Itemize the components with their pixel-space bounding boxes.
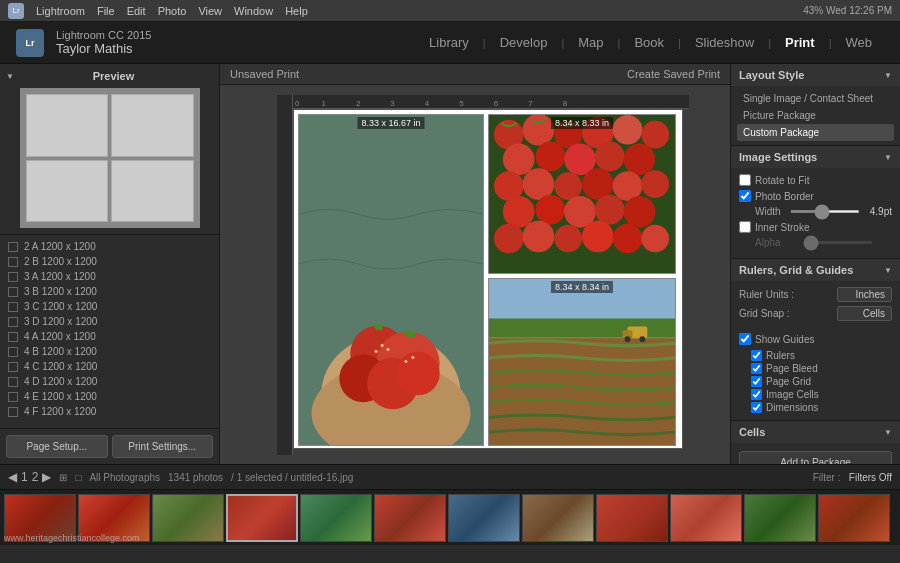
rulers-grid-header[interactable]: Rulers, Grid & Guides ▼	[731, 259, 900, 281]
image-settings-header[interactable]: Image Settings ▼	[731, 146, 900, 168]
grid-snap-row: Grid Snap : Cells	[739, 306, 892, 321]
filmstrip-thumb-6[interactable]	[374, 494, 446, 542]
width-slider[interactable]	[790, 210, 860, 213]
layout-style-section: Layout Style ▼ Single Image / Contact Sh…	[731, 64, 900, 146]
guide-rulers-checkbox[interactable]	[751, 350, 762, 361]
list-item[interactable]: 4 A 1200 x 1200	[0, 329, 219, 344]
guide-dimensions: Dimensions	[739, 401, 892, 414]
grid-snap-value[interactable]: Cells	[837, 306, 892, 321]
menu-file[interactable]: File	[97, 5, 115, 17]
module-web[interactable]: Web	[834, 29, 885, 56]
filmstrip-thumb-3[interactable]	[152, 494, 224, 542]
dim-label-left: 8.33 x 16.67 in	[357, 117, 424, 129]
menu-view[interactable]: View	[198, 5, 222, 17]
svg-point-39	[582, 221, 614, 253]
filmstrip-thumb-10[interactable]	[670, 494, 742, 542]
left-ruler	[277, 95, 293, 455]
next-page-button[interactable]: ▶	[42, 470, 51, 484]
ruler-units-label: Ruler Units :	[739, 289, 833, 300]
page-icon	[8, 347, 18, 357]
create-saved-print-button[interactable]: Create Saved Print	[627, 68, 720, 80]
list-item[interactable]: 4 D 1200 x 1200	[0, 374, 219, 389]
module-develop[interactable]: Develop	[488, 29, 560, 56]
module-slideshow[interactable]: Slideshow	[683, 29, 766, 56]
filmstrip-thumb-7[interactable]	[448, 494, 520, 542]
filmstrip-thumb-12[interactable]	[818, 494, 890, 542]
list-item[interactable]: 2 A 1200 x 1200	[0, 239, 219, 254]
page-setup-button[interactable]: Page Setup...	[6, 435, 108, 458]
layout-custom[interactable]: Custom Package	[737, 124, 894, 141]
layout-picture[interactable]: Picture Package	[737, 107, 894, 124]
guide-page-grid-checkbox[interactable]	[751, 376, 762, 387]
list-item[interactable]: 3 D 1200 x 1200	[0, 314, 219, 329]
list-item[interactable]: 4 E 1200 x 1200	[0, 389, 219, 404]
show-guides-checkbox[interactable]	[739, 333, 751, 345]
layout-single[interactable]: Single Image / Contact Sheet	[737, 90, 894, 107]
menu-help[interactable]: Help	[285, 5, 308, 17]
guide-dimensions-label: Dimensions	[766, 402, 818, 413]
svg-point-31	[503, 196, 535, 228]
svg-point-19	[641, 121, 669, 149]
guide-image-cells-label: Image Cells	[766, 389, 819, 400]
print-settings-button[interactable]: Print Settings...	[112, 435, 214, 458]
add-to-package-button[interactable]: Add to Package	[739, 451, 892, 464]
list-item[interactable]: 4 B 1200 x 1200	[0, 344, 219, 359]
svg-point-35	[624, 196, 656, 228]
top-ruler: 0 1 2 3 4 5 6 7 8	[293, 95, 689, 109]
canvas-title: Unsaved Print	[230, 68, 299, 80]
module-print[interactable]: Print	[773, 29, 827, 56]
menu-lightroom[interactable]: Lightroom	[36, 5, 85, 17]
svg-point-15	[523, 115, 555, 146]
cells-body: Add to Package	[731, 443, 900, 464]
list-item[interactable]: 2 B 1200 x 1200	[0, 254, 219, 269]
filmstrip-thumb-9[interactable]	[596, 494, 668, 542]
list-item[interactable]: 4 F 1200 x 1200	[0, 404, 219, 419]
list-item[interactable]: 3 C 1200 x 1200	[0, 299, 219, 314]
layout-style-header[interactable]: Layout Style ▼	[731, 64, 900, 86]
menu-edit[interactable]: Edit	[127, 5, 146, 17]
photo-cell-top-right[interactable]: 8.34 x 8.33 in	[488, 114, 676, 274]
rotate-to-fit-checkbox[interactable]	[739, 174, 751, 186]
list-item[interactable]: 3 A 1200 x 1200	[0, 269, 219, 284]
menu-photo[interactable]: Photo	[158, 5, 187, 17]
loupe-view-icon[interactable]: □	[75, 472, 81, 483]
module-library[interactable]: Library	[417, 29, 481, 56]
page-2: 2	[32, 470, 39, 484]
prev-page-button[interactable]: ◀	[8, 470, 17, 484]
guide-image-cells: Image Cells	[739, 388, 892, 401]
svg-point-7	[396, 352, 440, 396]
module-book[interactable]: Book	[622, 29, 676, 56]
list-item[interactable]: 4 C 1200 x 1200	[0, 359, 219, 374]
photo-cell-left[interactable]: 8.33 x 16.67 in	[298, 114, 484, 446]
list-item[interactable]: 3 B 1200 x 1200	[0, 284, 219, 299]
photo-cell-bottom-right[interactable]: 8.34 x 8.34 in	[488, 278, 676, 446]
cells-header[interactable]: Cells ▼	[731, 421, 900, 443]
inner-stroke-checkbox[interactable]	[739, 221, 751, 233]
photo-border-checkbox[interactable]	[739, 190, 751, 202]
filmstrip-thumb-4[interactable]	[226, 494, 298, 542]
svg-point-20	[503, 144, 535, 176]
guide-image-cells-checkbox[interactable]	[751, 389, 762, 400]
guide-dimensions-checkbox[interactable]	[751, 402, 762, 413]
page-1: 1	[21, 470, 28, 484]
photo-border-label: Photo Border	[755, 191, 892, 202]
rulers-grid-section: Rulers, Grid & Guides ▼ Ruler Units : In…	[731, 259, 900, 421]
filmstrip-thumb-11[interactable]	[744, 494, 816, 542]
filmstrip-thumb-8[interactable]	[522, 494, 594, 542]
preview-cell-2	[111, 94, 194, 157]
image-settings-label: Image Settings	[739, 151, 817, 163]
grid-view-icon[interactable]: ⊞	[59, 472, 67, 483]
page-icon	[8, 392, 18, 402]
ruler-units-value[interactable]: Inches	[837, 287, 892, 302]
filmstrip-thumb-5[interactable]	[300, 494, 372, 542]
width-value: 4.9pt	[864, 206, 892, 217]
guide-page-bleed-checkbox[interactable]	[751, 363, 762, 374]
show-guides-label: Show Guides	[755, 334, 892, 345]
svg-point-10	[387, 348, 390, 351]
svg-point-30	[641, 170, 669, 198]
filmstrip: www.heritagechristiancollege.com	[0, 490, 900, 545]
alpha-row: Alpha	[739, 237, 892, 248]
module-map[interactable]: Map	[566, 29, 615, 56]
menu-window[interactable]: Window	[234, 5, 273, 17]
alpha-slider	[803, 241, 873, 244]
